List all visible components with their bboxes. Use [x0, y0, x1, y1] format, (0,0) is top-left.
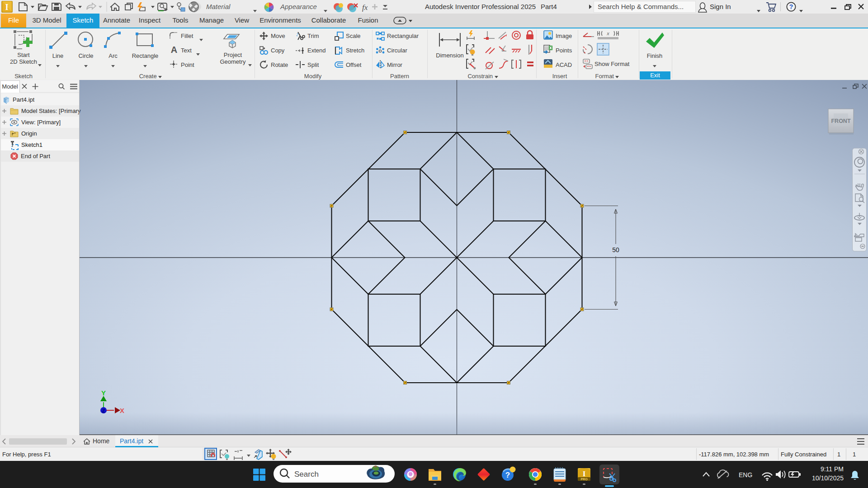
svg-text:fx: fx — [362, 3, 368, 12]
svg-text:?: ? — [505, 471, 510, 479]
svg-text:Y: Y — [101, 389, 106, 397]
svg-text:I: I — [583, 469, 586, 478]
svg-text:?: ? — [789, 3, 793, 10]
svg-text:FRONT: FRONT — [831, 118, 850, 124]
svg-text:x: x — [606, 31, 609, 36]
svg-text:9:11 PM: 9:11 PM — [821, 465, 844, 473]
svg-text:50: 50 — [612, 246, 619, 253]
svg-text:A: A — [171, 45, 177, 54]
svg-text:PRO: PRO — [580, 478, 588, 481]
svg-text:Search: Search — [294, 470, 319, 479]
svg-text:I: I — [5, 3, 8, 12]
svg-text:ENG: ENG — [739, 471, 752, 479]
svg-text:10/10/2025: 10/10/2025 — [812, 474, 844, 482]
